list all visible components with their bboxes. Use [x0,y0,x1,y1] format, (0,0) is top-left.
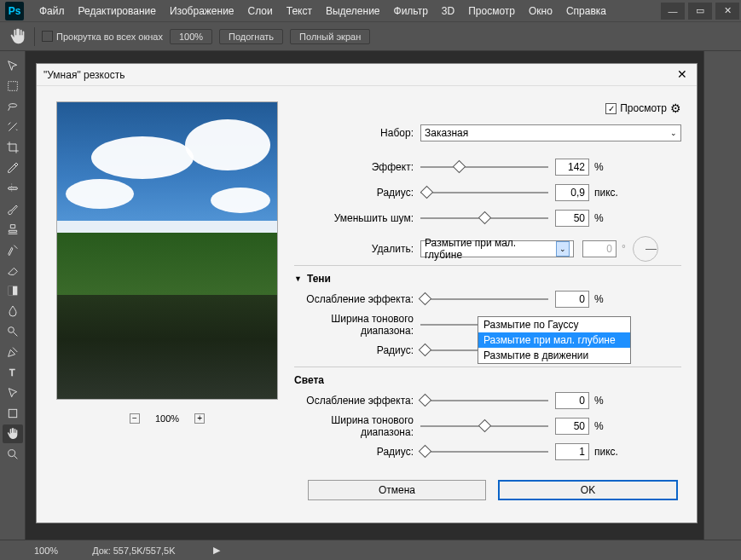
remove-select[interactable]: Размытие при мал. глубине ⌄ [420,240,574,257]
cancel-button[interactable]: Отмена [308,480,486,500]
status-doc-size[interactable]: Док: 557,5K/557,5K [92,546,175,556]
highlights-fade-input[interactable] [555,392,589,409]
noise-slider[interactable] [420,211,548,226]
menu-edit[interactable]: Редактирование [72,2,163,20]
menu-view[interactable]: Просмотр [461,2,522,20]
dialog-title: "Умная" резкость [43,69,124,81]
magic-wand-tool[interactable] [3,118,23,136]
window-minimize-button[interactable]: — [661,3,685,20]
menu-text[interactable]: Текст [280,2,319,20]
zoom-100-button[interactable]: 100% [170,29,212,44]
remove-label: Удалить: [294,243,420,255]
hand-tool-icon [9,27,27,46]
highlights-radius-label: Радиус: [294,446,420,458]
menu-window[interactable]: Окно [522,2,559,20]
svg-point-7 [8,450,14,457]
smart-sharpen-dialog: "Умная" резкость ✕ − 100% + [36,63,698,523]
shadows-fade-label: Ослабление эффекта: [294,293,420,305]
shadows-section-toggle[interactable]: ▼Тени [294,273,681,285]
remove-dropdown-list[interactable]: Размытие по Гауссу Размытие при мал. глу… [478,316,631,364]
window-close-button[interactable]: ✕ [715,3,739,20]
gradient-tool[interactable] [3,281,23,300]
healing-brush-tool[interactable] [3,179,23,198]
remove-option-gaussian[interactable]: Размытие по Гауссу [478,317,630,332]
radius-slider[interactable] [420,185,548,200]
dodge-tool[interactable] [3,322,23,341]
noise-label: Уменьшить шум: [294,212,420,224]
highlights-tonal-input[interactable] [555,418,589,435]
pen-tool[interactable] [3,343,23,361]
brush-tool[interactable] [3,199,23,218]
shadows-radius-label: Радиус: [294,344,420,356]
tools-panel: T [0,51,26,540]
menu-select[interactable]: Выделение [319,2,387,20]
angle-input[interactable] [582,240,617,257]
crop-tool[interactable] [3,138,23,157]
dialog-close-button[interactable]: ✕ [674,67,690,83]
amount-label: Эффект: [294,161,420,173]
app-logo: Ps [5,2,24,20]
highlights-radius-slider[interactable] [420,444,548,459]
preview-checkbox-label: Просмотр [620,102,667,114]
svg-point-4 [8,327,14,333]
highlights-fade-label: Ослабление эффекта: [294,395,420,407]
window-maximize-button[interactable]: ▭ [688,3,712,20]
menu-image[interactable]: Изображение [163,2,241,20]
menu-layers[interactable]: Слои [241,2,280,20]
lasso-tool[interactable] [3,97,23,116]
zoom-out-button[interactable]: − [130,413,140,424]
shadows-fade-slider[interactable] [420,292,548,307]
preview-zoom-label: 100% [155,413,179,424]
menu-filter[interactable]: Фильтр [387,2,435,20]
amount-input[interactable] [555,159,589,176]
menu-3d[interactable]: 3D [435,2,461,20]
fullscreen-button[interactable]: Полный экран [290,29,370,44]
highlights-section-header: Света [294,374,681,386]
blur-tool[interactable] [3,302,23,320]
history-brush-tool[interactable] [3,240,23,259]
type-tool[interactable]: T [3,363,23,382]
menu-help[interactable]: Справка [559,2,613,20]
eyedropper-tool[interactable] [3,159,23,177]
remove-option-lens-blur[interactable]: Размытие при мал. глубине [478,332,630,348]
shadows-tonal-label: Ширина тонового диапазона: [294,313,420,337]
zoom-tool[interactable] [3,445,23,464]
zoom-in-button[interactable]: + [194,413,205,424]
svg-rect-3 [8,286,12,296]
menu-file[interactable]: Файл [32,2,72,20]
preview-checkbox[interactable]: ✓ [605,103,617,114]
hand-tool[interactable] [3,424,23,443]
ok-button[interactable]: OK [498,480,678,500]
noise-input[interactable] [555,210,589,227]
amount-unit: % [594,161,604,173]
radius-input[interactable] [555,184,589,201]
preset-label: Набор: [294,127,420,139]
degree-icon: ° [622,243,626,255]
preview-image[interactable] [56,101,278,400]
chevron-down-icon: ⌄ [556,241,570,257]
amount-slider[interactable] [420,159,548,175]
svg-text:T: T [9,367,15,378]
scroll-all-windows-checkbox[interactable]: Прокрутка во всех окнах [42,31,163,42]
right-panels[interactable] [703,51,741,540]
angle-dial[interactable] [633,236,658,262]
radius-label: Радиус: [294,187,420,199]
shadows-fade-input[interactable] [555,291,589,308]
status-zoom[interactable]: 100% [34,546,58,556]
path-selection-tool[interactable] [3,384,23,402]
shape-tool[interactable] [3,404,23,423]
highlights-tonal-slider[interactable] [420,419,548,434]
highlights-radius-input[interactable] [555,443,589,460]
scroll-all-windows-label: Прокрутка во всех окнах [56,32,163,42]
fit-screen-button[interactable]: Подогнать [219,29,283,44]
remove-option-motion-blur[interactable]: Размытие в движении [478,348,630,363]
move-tool[interactable] [3,56,23,75]
highlights-fade-slider[interactable] [420,393,548,408]
settings-gear-icon[interactable]: ⚙ [670,101,681,115]
eraser-tool[interactable] [3,261,23,280]
stamp-tool[interactable] [3,220,23,239]
radius-unit: пикс. [594,187,618,199]
marquee-tool[interactable] [3,77,23,95]
preset-select[interactable]: Заказная⌄ [420,124,681,141]
noise-unit: % [594,212,604,224]
